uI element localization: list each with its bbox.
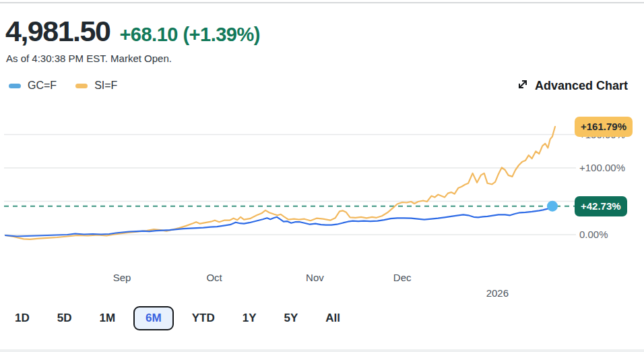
gcf-color-swatch bbox=[9, 84, 21, 88]
range-button-5d[interactable]: 5D bbox=[57, 312, 72, 325]
x-axis-tick-nov: Nov bbox=[306, 272, 324, 283]
as-of-timestamp: As of 4:30:38 PM EST. Market Open. bbox=[6, 53, 172, 64]
x-axis-tick-oct: Oct bbox=[206, 272, 222, 283]
expand-arrows-icon bbox=[517, 78, 529, 93]
sif-end-value-badge: +161.79% bbox=[575, 117, 633, 137]
chart-canvas[interactable] bbox=[0, 108, 644, 264]
range-button-all[interactable]: All bbox=[325, 312, 340, 325]
x-axis-tick-dec: Dec bbox=[393, 272, 412, 283]
advanced-chart-link[interactable]: Advanced Chart bbox=[517, 78, 628, 93]
range-button-1m[interactable]: 1M bbox=[99, 312, 115, 325]
legend-row: GC=F SI=F Advanced Chart bbox=[9, 76, 628, 95]
range-button-6m[interactable]: 6M bbox=[133, 306, 174, 330]
chart-legend: GC=F SI=F bbox=[9, 80, 117, 92]
x-axis-tick-sep: Sep bbox=[113, 272, 131, 283]
range-button-1y[interactable]: 1Y bbox=[243, 312, 257, 325]
comparison-chart[interactable] bbox=[0, 108, 644, 264]
x-axis-tick-2026: 2026 bbox=[486, 287, 509, 299]
bottom-divider bbox=[0, 349, 644, 352]
legend-label-gcf: GC=F bbox=[28, 80, 57, 92]
sif-color-swatch bbox=[75, 84, 88, 88]
price-change: +68.10 (+1.39%) bbox=[119, 24, 260, 46]
top-divider bbox=[0, 2, 644, 3]
advanced-chart-label: Advanced Chart bbox=[535, 79, 628, 93]
legend-item-sif[interactable]: SI=F bbox=[75, 80, 117, 92]
legend-label-sif: SI=F bbox=[94, 80, 117, 92]
range-button-ytd[interactable]: YTD bbox=[192, 312, 215, 325]
y-axis-label-0: 0.00% bbox=[579, 229, 608, 241]
current-price: 4,981.50 bbox=[5, 15, 110, 48]
price-header: 4,981.50 +68.10 (+1.39%) bbox=[5, 15, 260, 48]
range-selector: 1D 5D 1M 6M YTD 1Y 5Y All bbox=[15, 312, 340, 325]
legend-item-gcf[interactable]: GC=F bbox=[9, 80, 57, 92]
gcf-end-value-badge: +42.73% bbox=[575, 196, 627, 216]
range-button-1d[interactable]: 1D bbox=[15, 312, 30, 325]
y-axis-label-100: +100.00% bbox=[579, 162, 625, 174]
range-button-5y[interactable]: 5Y bbox=[284, 312, 298, 325]
quote-chart-module: 4,981.50 +68.10 (+1.39%) As of 4:30:38 P… bbox=[0, 0, 644, 352]
